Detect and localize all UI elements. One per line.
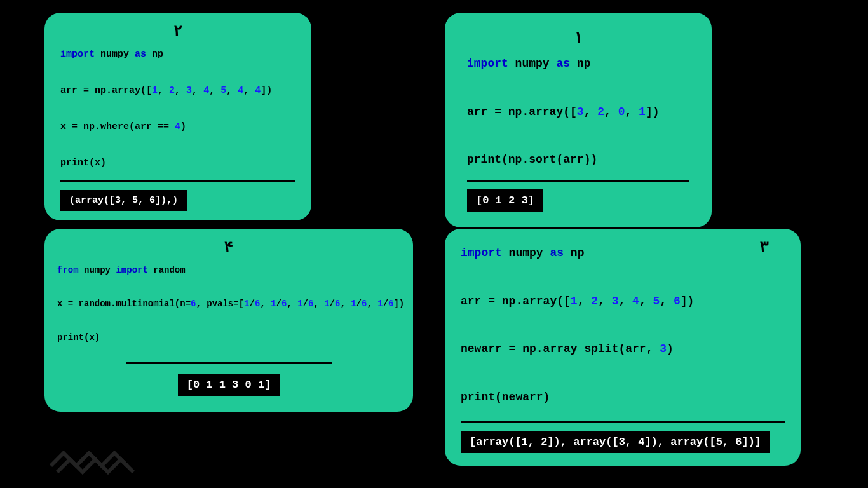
code-card-2: ۲ import numpy as np arr = np.array([1, … bbox=[44, 13, 311, 220]
code-block: import numpy as np arr = np.array([3, 2,… bbox=[467, 52, 689, 172]
card-number: ۱ bbox=[467, 29, 689, 47]
divider bbox=[461, 421, 785, 423]
output-wrap: [0 1 2 3] bbox=[467, 189, 689, 212]
divider bbox=[467, 180, 689, 182]
code-block: import numpy as np arr = np.array([1, 2,… bbox=[461, 241, 785, 410]
output: (array([3, 5, 6]),) bbox=[60, 190, 187, 211]
divider bbox=[126, 362, 332, 364]
code-card-4: ۴ from numpy import random x = random.mu… bbox=[44, 229, 413, 412]
divider bbox=[60, 180, 295, 182]
output-wrap: (array([3, 5, 6]),) bbox=[60, 190, 295, 211]
output-wrap: [0 1 1 3 0 1] bbox=[57, 374, 400, 396]
code-block: from numpy import random x = random.mult… bbox=[57, 262, 400, 346]
card-number: ۳ bbox=[760, 238, 769, 257]
output: [0 1 2 3] bbox=[467, 189, 543, 212]
code-card-3: ۳ import numpy as np arr = np.array([1, … bbox=[445, 229, 801, 466]
card-number: ۲ bbox=[60, 22, 295, 41]
logo-icon bbox=[44, 437, 146, 482]
output: [array([1, 2]), array([3, 4]), array([5,… bbox=[461, 431, 770, 453]
card-number: ۴ bbox=[57, 238, 400, 257]
output-wrap: [array([1, 2]), array([3, 4]), array([5,… bbox=[461, 431, 785, 453]
output: [0 1 1 3 0 1] bbox=[178, 374, 280, 396]
code-card-1: ۱ import numpy as np arr = np.array([3, … bbox=[445, 13, 712, 227]
code-block: import numpy as np arr = np.array([1, 2,… bbox=[60, 46, 295, 173]
